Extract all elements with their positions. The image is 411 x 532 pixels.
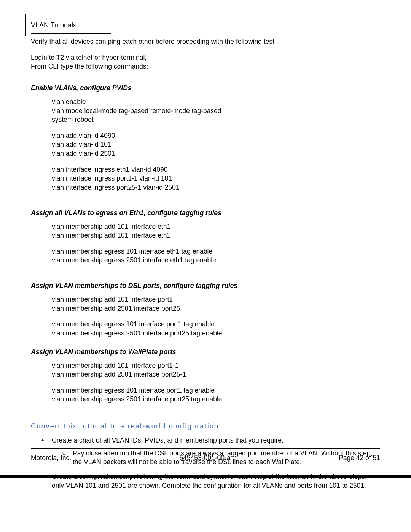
command-block: vlan membership add 101 interface port1-…	[52, 361, 380, 379]
command-line: vlan membership add 101 interface eth1	[52, 231, 380, 240]
footer-center: 549453-001-00-a	[179, 454, 230, 462]
section-heading: Assign all VLANs to egress on Eth1, conf…	[31, 209, 380, 217]
section-heading: Assign VLAN memberships to DSL ports, co…	[31, 282, 380, 290]
command-block: vlan add vlan-id 4090 vlan add vlan-id 1…	[52, 131, 380, 158]
header-vertical-rule	[25, 14, 26, 36]
command-line: system reboot	[52, 115, 380, 125]
command-line: vlan membership add 2501 interface port2…	[52, 304, 380, 313]
command-line: vlan membership egress 2501 interface po…	[52, 395, 380, 404]
command-line: vlan membership egress 101 interface eth…	[52, 247, 380, 256]
command-line: vlan add vlan-id 2501	[52, 149, 380, 158]
page-header: VLAN Tutorials	[31, 14, 380, 36]
command-line: vlan membership add 101 interface port1	[52, 295, 380, 304]
command-line: vlan membership egress 2501 interface po…	[52, 329, 380, 338]
convert-heading-rule	[31, 433, 380, 433]
header-title: VLAN Tutorials	[31, 21, 76, 29]
convert-heading: Convert this tutorial to a real-world co…	[31, 422, 380, 430]
command-line: vlan membership add 2501 interface port2…	[52, 370, 380, 379]
intro-verify: Verify that all devices can ping each ot…	[31, 37, 380, 46]
command-block: vlan membership egress 101 interface por…	[52, 320, 380, 338]
document-bottom-bar	[0, 475, 411, 478]
section-heading: Assign VLAN memberships to WallPlate por…	[31, 348, 380, 356]
section-heading: Enable VLANs, configure PVIDs	[31, 84, 380, 92]
intro-login-2: From CLI type the following commands:	[31, 62, 380, 71]
command-line: vlan membership egress 2501 interface et…	[52, 256, 380, 265]
command-block: vlan membership egress 101 interface por…	[52, 386, 380, 404]
list-item-text: Create a chart of all VLAN IDs, PVIDs, a…	[52, 436, 284, 444]
header-horizontal-rule	[31, 33, 111, 34]
command-block: vlan membership add 101 interface port1 …	[52, 295, 380, 313]
command-block: vlan membership add 101 interface eth1 v…	[52, 222, 380, 240]
command-line: vlan membership egress 101 interface por…	[52, 386, 380, 395]
command-line: vlan membership add 101 interface port1-…	[52, 361, 380, 371]
command-line: vlan add vlan-id 101	[52, 140, 380, 149]
footer-right: Page 42 of 51	[339, 454, 380, 462]
command-line: vlan interface ingress port25-1 vlan-id …	[52, 183, 380, 192]
command-line: vlan interface ingress eth1 vlan-id 4090	[52, 165, 380, 174]
command-block: vlan enable vlan mode local-mode tag-bas…	[52, 97, 380, 125]
command-line: vlan membership egress 101 interface por…	[52, 320, 380, 329]
footer-rule	[31, 448, 380, 449]
intro-login-1: Login to T2 via telnet or hyper-terminal…	[31, 53, 380, 62]
page-footer: Motorola, Inc. 549453-001-00-a Page 42 o…	[31, 448, 380, 462]
command-line: vlan membership add 101 interface eth1	[52, 222, 380, 232]
footer-row: Motorola, Inc. 549453-001-00-a Page 42 o…	[31, 454, 380, 462]
convert-bullet-list: Create a chart of all VLAN IDs, PVIDs, a…	[31, 436, 380, 490]
command-line: vlan enable	[52, 97, 380, 107]
footer-left: Motorola, Inc.	[31, 454, 71, 462]
command-line: vlan add vlan-id 4090	[52, 131, 380, 141]
command-line: vlan mode local-mode tag-based remote-mo…	[52, 107, 380, 116]
list-item: Create a configuration script following …	[31, 472, 380, 490]
command-line: vlan interface ingress port1-1 vlan-id 1…	[52, 174, 380, 183]
command-block: vlan interface ingress eth1 vlan-id 4090…	[52, 165, 380, 192]
body-content: Verify that all devices can ping each ot…	[31, 37, 380, 490]
command-block: vlan membership egress 101 interface eth…	[52, 247, 380, 265]
